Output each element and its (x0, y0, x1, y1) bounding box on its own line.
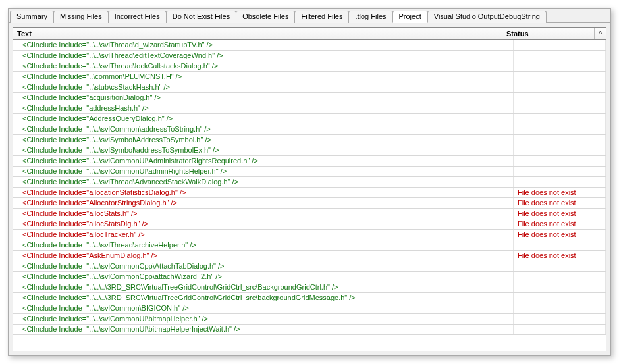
cell-text: <ClInclude Include="allocStatsDlg.h" /> (13, 219, 514, 229)
cell-text: <ClInclude Include="..\..\svlSymbol\Addr… (13, 135, 514, 145)
tabstrip: Summary Missing Files Incorrect Files Do… (9, 9, 610, 23)
cell-status: File does not exist (514, 198, 606, 208)
cell-text: <ClInclude Include="..\..\svlCommonUI\Ad… (13, 156, 514, 166)
header-text[interactable]: Text (13, 28, 502, 39)
table-row[interactable]: <ClInclude Include="..\..\svlThread\d_wi… (13, 40, 606, 51)
cell-status (514, 61, 606, 71)
cell-text: <ClInclude Include="..\common\PLUMCNST.H… (13, 72, 514, 82)
table-row[interactable]: <ClInclude Include="..\..\svlCommonUI\bi… (13, 325, 606, 335)
cell-status (514, 261, 606, 271)
tab-incorrect-files[interactable]: Incorrect Files (108, 11, 167, 23)
table-row[interactable]: <ClInclude Include="AddressQueryDialog.h… (13, 114, 606, 124)
tab-missing-files[interactable]: Missing Files (53, 11, 109, 23)
cell-status (514, 156, 606, 166)
cell-status (514, 135, 606, 145)
tab-obsolete-files[interactable]: Obsolete Files (236, 11, 295, 23)
cell-status (514, 282, 606, 292)
cell-status (514, 240, 606, 250)
table-row[interactable]: <ClInclude Include="..\..\svlThread\lock… (13, 61, 606, 72)
table-row[interactable]: <ClInclude Include="..\..\svlSymbol\addr… (13, 145, 606, 156)
cell-status (514, 177, 606, 187)
cell-status (514, 82, 606, 92)
grid-body[interactable]: <ClInclude Include="..\..\svlThread\d_wi… (13, 40, 606, 351)
cell-text: <ClInclude Include="..\..\svlThread\Adva… (13, 177, 514, 187)
cell-status: File does not exist (514, 251, 606, 261)
table-row[interactable]: <ClInclude Include="..\..\svlSymbol\Addr… (13, 135, 606, 145)
cell-text: <ClInclude Include="..\..\svlCommon\addr… (13, 124, 514, 134)
table-row[interactable]: <ClInclude Include="AllocatorStringsDial… (13, 198, 606, 209)
cell-text: <ClInclude Include="addressHash.h" /> (13, 103, 514, 113)
cell-text: <ClInclude Include="..\..\..\3RD_SRC\Vir… (13, 282, 514, 292)
cell-status: File does not exist (514, 230, 606, 240)
tab-project[interactable]: Project (392, 11, 428, 23)
cell-text: <ClInclude Include="allocationStatistics… (13, 188, 514, 197)
cell-text: <ClInclude Include="..\..\svlThread\d_wi… (13, 40, 514, 50)
table-row[interactable]: <ClInclude Include="allocTracker.h" />Fi… (13, 230, 606, 240)
tab-vs-outputdebugstring[interactable]: Visual Studio OutputDebugString (427, 11, 547, 23)
cell-text: <ClInclude Include="..\stub\csStackHash.… (13, 82, 514, 92)
table-row[interactable]: <ClInclude Include="..\common\PLUMCNST.H… (13, 72, 606, 82)
cell-status (514, 72, 606, 82)
table-row[interactable]: <ClInclude Include="..\..\svlCommonUI\bi… (13, 314, 606, 325)
cell-text: <ClInclude Include="..\..\svlCommonUI\ad… (13, 167, 514, 176)
table-row[interactable]: <ClInclude Include="..\..\svlThread\Adva… (13, 177, 606, 188)
cell-status (514, 124, 606, 134)
cell-text: <ClInclude Include="..\..\svlCommonCpp\a… (13, 272, 514, 282)
cell-text: <ClInclude Include="..\..\svlSymbol\addr… (13, 145, 514, 155)
cell-text: <ClInclude Include="..\..\svlCommonUI\bi… (13, 314, 514, 324)
tab-do-not-exist-files[interactable]: Do Not Exist Files (166, 11, 236, 23)
cell-text: <ClInclude Include="acquisitionDialog.h"… (13, 93, 514, 103)
tab-summary[interactable]: Summary (10, 11, 54, 23)
table-row[interactable]: <ClInclude Include="allocationStatistics… (13, 188, 606, 198)
cell-text: <ClInclude Include="..\..\..\3RD_SRC\Vir… (13, 293, 514, 303)
cell-status (514, 40, 606, 50)
table-row[interactable]: <ClInclude Include="..\..\svlCommonCpp\A… (13, 261, 606, 272)
table-row[interactable]: <ClInclude Include="addressHash.h" /> (13, 103, 606, 114)
cell-status (514, 93, 606, 103)
tab-tlog-files[interactable]: .tlog Files (348, 11, 392, 23)
table-row[interactable]: <ClInclude Include="..\..\svlCommonUI\Ad… (13, 156, 606, 167)
table-row[interactable]: <ClInclude Include="..\..\svlCommonUI\ad… (13, 167, 606, 177)
cell-text: <ClInclude Include="..\..\svlCommonCpp\A… (13, 261, 514, 271)
cell-text: <ClInclude Include="..\..\svlThread\lock… (13, 61, 514, 71)
cell-status (514, 272, 606, 282)
cell-status: File does not exist (514, 209, 606, 219)
cell-status (514, 103, 606, 113)
cell-status: File does not exist (514, 219, 606, 229)
tab-filtered-files[interactable]: Filtered Files (294, 11, 349, 23)
cell-status (514, 314, 606, 324)
table-row[interactable]: <ClInclude Include="AskEnumDialog.h" />F… (13, 251, 606, 261)
table-row[interactable]: <ClInclude Include="allocStats.h" />File… (13, 209, 606, 219)
scroll-up-icon[interactable]: ^ (595, 28, 606, 39)
cell-text: <ClInclude Include="AllocatorStringsDial… (13, 198, 514, 208)
cell-status (514, 114, 606, 124)
table-row[interactable]: <ClInclude Include="..\stub\csStackHash.… (13, 82, 606, 93)
table-row[interactable]: <ClInclude Include="..\..\..\3RD_SRC\Vir… (13, 293, 606, 303)
cell-text: <ClInclude Include="AddressQueryDialog.h… (13, 114, 514, 124)
cell-text: <ClInclude Include="allocStats.h" /> (13, 209, 514, 219)
grid-header: Text Status ^ (13, 28, 606, 40)
cell-status: File does not exist (514, 188, 606, 197)
table-row[interactable]: <ClInclude Include="..\..\svlCommon\addr… (13, 124, 606, 135)
cell-text: <ClInclude Include="allocTracker.h" /> (13, 230, 514, 240)
cell-status (514, 145, 606, 155)
project-window: Summary Missing Files Incorrect Files Do… (8, 8, 611, 356)
table-row[interactable]: <ClInclude Include="acquisitionDialog.h"… (13, 93, 606, 103)
cell-text: <ClInclude Include="AskEnumDialog.h" /> (13, 251, 514, 261)
cell-status (514, 167, 606, 176)
cell-text: <ClInclude Include="..\..\svlThread\arch… (13, 240, 514, 250)
cell-status (514, 293, 606, 303)
cell-status (514, 325, 606, 334)
grid-panel: Text Status ^ <ClInclude Include="..\..\… (13, 27, 606, 351)
header-status[interactable]: Status (502, 28, 595, 39)
cell-status (514, 303, 606, 313)
table-row[interactable]: <ClInclude Include="..\..\svlThread\arch… (13, 240, 606, 251)
table-row[interactable]: <ClInclude Include="allocStatsDlg.h" />F… (13, 219, 606, 230)
cell-text: <ClInclude Include="..\..\svlCommon\BIGI… (13, 303, 514, 313)
table-row[interactable]: <ClInclude Include="..\..\svlCommon\BIGI… (13, 303, 606, 314)
table-row[interactable]: <ClInclude Include="..\..\svlCommonCpp\a… (13, 272, 606, 282)
table-row[interactable]: <ClInclude Include="..\..\svlThread\edit… (13, 51, 606, 61)
cell-text: <ClInclude Include="..\..\svlThread\edit… (13, 51, 514, 61)
cell-status (514, 51, 606, 61)
table-row[interactable]: <ClInclude Include="..\..\..\3RD_SRC\Vir… (13, 282, 606, 293)
